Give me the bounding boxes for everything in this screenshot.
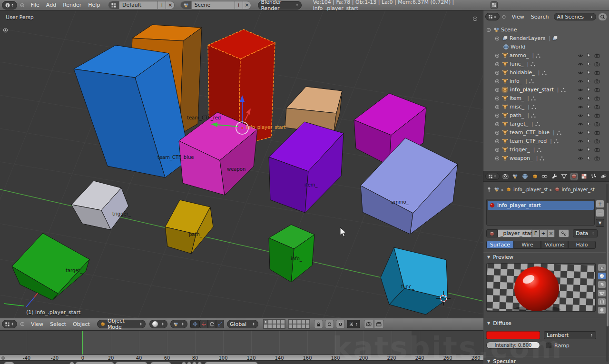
type-volume-button[interactable]: Volume [541,241,568,249]
snap-element-button[interactable] [325,320,334,328]
editor-type-selector[interactable] [485,173,500,180]
menu-object[interactable]: Object [69,321,93,327]
renderable-camera-icon[interactable] [594,113,600,118]
outliner-filter-select[interactable]: All Scenes [554,13,596,20]
selectable-cursor-icon[interactable] [586,104,591,109]
tab-texture[interactable] [580,173,588,180]
panel-header-specular[interactable]: ▼ Specular [487,358,516,364]
layer-toggle[interactable] [264,324,268,328]
outliner-row-object[interactable]: team_CTF_red | [483,137,609,145]
layers-group-2[interactable] [288,319,310,329]
expand-icon[interactable] [495,113,500,118]
expand-icon[interactable] [495,122,500,127]
timeline-button[interactable] [69,362,74,364]
layer-toggle[interactable] [268,324,272,328]
remove-slot-button[interactable]: − [596,209,604,217]
outliner-row-renderlayers[interactable]: RenderLayers | [483,34,609,42]
outliner-row-object[interactable]: trigger_ | [483,146,609,154]
collapse-menus-icon[interactable] [20,3,24,8]
layer-toggle[interactable] [305,320,310,324]
screen-layout-value[interactable]: Default [119,1,158,9]
preview-cube-button[interactable] [598,281,606,288]
viewport-3d[interactable]: User Persp (1) info_.player_start team_C… [0,10,483,318]
layer-toggle[interactable] [272,320,276,324]
renderlayer-icon[interactable] [552,35,558,41]
slot-specials-button[interactable]: ▼ [596,219,604,227]
expand-icon[interactable] [495,148,500,152]
layer-toggle[interactable] [264,320,268,324]
preview-sphere-button[interactable] [598,272,606,280]
render-engine-select[interactable]: Blender Render [258,1,301,10]
expand-icon[interactable] [495,96,500,101]
menu-file[interactable]: File [27,2,42,8]
visibility-eye-icon[interactable] [578,138,583,144]
menu-add[interactable]: Add [43,2,59,8]
tab-data[interactable] [560,173,568,180]
lock-to-scene-button[interactable] [314,320,323,328]
snap-target-select[interactable] [347,320,360,328]
selectable-cursor-icon[interactable] [586,53,591,58]
layer-toggle[interactable] [288,324,293,328]
pin-icon[interactable] [486,187,492,192]
region-plus-icon[interactable] [3,28,8,33]
renderable-camera-icon[interactable] [594,96,600,101]
outliner-row-object[interactable]: ammo_ | [483,51,609,59]
tab-particles[interactable] [590,173,598,180]
expand-icon[interactable] [495,62,500,67]
manipulator-translate-button[interactable] [200,320,208,328]
expand-icon[interactable] [495,156,500,161]
menu-render[interactable]: Render [59,2,85,8]
collapse-icon[interactable] [486,28,491,32]
link-source-select[interactable]: Data [573,229,598,237]
add-slot-button[interactable]: + [596,200,604,208]
new-material-button[interactable]: + [540,229,547,237]
outliner-search-button[interactable] [598,13,607,21]
visibility-eye-icon[interactable] [578,147,583,153]
add-layout-button[interactable]: + [158,1,166,9]
layers-group-1[interactable] [263,319,285,329]
editor-type-selector[interactable] [2,320,17,328]
preview-world-button[interactable] [598,306,606,314]
manipulator-rotate-button[interactable] [208,320,216,328]
tab-render[interactable] [502,173,510,180]
breadcrumb-object[interactable]: info_.player_st [513,187,548,192]
timeline[interactable]: -40 -20 0 20 40 60 80 100 120 140 160 18… [0,330,483,364]
visibility-eye-icon[interactable] [578,113,583,118]
renderable-camera-icon[interactable] [594,104,600,110]
layer-toggle[interactable] [305,324,310,328]
layer-toggle[interactable] [293,320,297,324]
preview-plane-button[interactable] [598,264,606,271]
renderable-camera-icon[interactable] [594,53,600,59]
timeline-scrollbar[interactable]: -40 -20 0 20 40 60 80 100 120 140 160 18… [0,354,483,361]
diffuse-shader-select[interactable]: Lambert [544,331,596,339]
timeline-button[interactable] [182,362,186,364]
renderable-camera-icon[interactable] [594,147,600,153]
render-animation-button[interactable] [374,320,384,328]
visibility-eye-icon[interactable] [578,70,583,76]
collapse-menus-icon[interactable] [502,15,506,19]
delete-layout-button[interactable]: × [166,1,174,9]
preview-hair-button[interactable] [598,298,606,305]
expand-icon[interactable] [495,88,500,92]
current-frame-line[interactable] [82,331,83,354]
breadcrumb-material[interactable]: info_player_st [562,187,595,192]
selectable-cursor-icon[interactable] [586,113,591,118]
layer-toggle[interactable] [297,320,301,324]
renderable-camera-icon[interactable] [594,87,600,93]
unlink-material-button[interactable]: × [547,229,555,237]
visibility-eye-icon[interactable] [578,156,583,161]
visibility-eye-icon[interactable] [578,96,583,101]
menu-view[interactable]: View [28,321,47,327]
delete-scene-button[interactable]: × [243,1,251,9]
visibility-eye-icon[interactable] [578,61,583,67]
ramp-checkbox[interactable] [546,343,551,348]
layer-toggle[interactable] [293,324,297,328]
timeline-button[interactable] [187,362,191,364]
tab-modifiers[interactable] [550,173,558,180]
outliner-row-object[interactable]: misc_ | [483,103,609,111]
outliner-row-object[interactable]: info_ | [483,77,609,85]
outliner-row-object[interactable]: func_ | [483,60,609,68]
visibility-eye-icon[interactable] [578,79,583,84]
cube-target[interactable] [12,233,89,300]
timeline-button[interactable] [192,362,196,364]
